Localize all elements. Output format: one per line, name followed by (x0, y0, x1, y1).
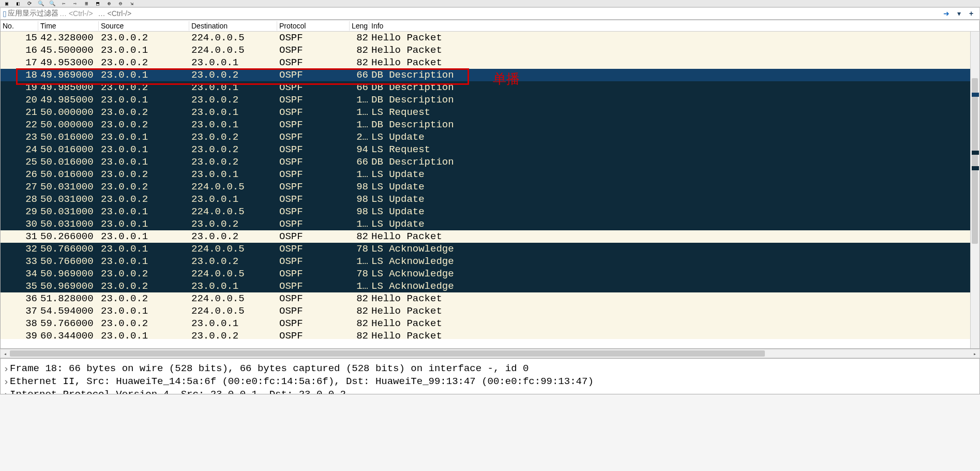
cell-source: 23.0.0.2 (99, 32, 189, 43)
packet-details-pane[interactable]: › Frame 18: 66 bytes on wire (528 bits),… (0, 358, 980, 394)
zoom-out-icon[interactable]: 🔍 (48, 1, 57, 6)
toolbar-icon[interactable]: ≣ (82, 1, 91, 6)
packet-row[interactable]: 2550.01600023.0.0.123.0.0.2OSPF66DB Desc… (1, 156, 979, 168)
toolbar-icon[interactable]: ⇲ (127, 1, 137, 6)
packet-row[interactable]: 2850.03100023.0.0.223.0.0.1OSPF98LS Upda… (1, 193, 979, 205)
cell-info: DB Description (369, 94, 979, 106)
tree-row-ip[interactable]: › Internet Protocol Version 4, Src: 23.0… (3, 388, 977, 394)
cell-length: 2… (350, 131, 369, 143)
packet-row[interactable]: 3754.59400023.0.0.1224.0.0.5OSPF82Hello … (1, 305, 979, 317)
packet-row[interactable]: 2049.98500023.0.0.123.0.0.2OSPF1…DB Desc… (1, 94, 979, 106)
cell-length: 82 (350, 45, 369, 56)
packet-row[interactable]: 2350.01600023.0.0.123.0.0.2OSPF2…LS Upda… (1, 131, 979, 143)
cell-protocol: OSPF (277, 206, 350, 217)
packet-row[interactable]: 2650.01600023.0.0.223.0.0.1OSPF1…LS Upda… (1, 168, 979, 181)
col-header-protocol[interactable]: Protocol (277, 21, 350, 31)
cell-no: 25 (1, 156, 38, 168)
col-header-destination[interactable]: Destination (189, 21, 277, 31)
col-header-no[interactable]: No. (1, 21, 38, 31)
tree-row-ethernet[interactable]: › Ethernet II, Src: HuaweiTe_14:5a:6f (0… (3, 375, 977, 388)
expand-icon[interactable]: › (3, 363, 10, 374)
filter-dropdown-icon[interactable]: ▾ (954, 9, 964, 18)
zoom-in-icon[interactable]: 🔍 (36, 1, 46, 6)
cell-length: 82 (350, 32, 369, 43)
filter-add-icon[interactable]: + (966, 9, 976, 18)
packet-row[interactable]: 2250.00000023.0.0.223.0.0.1OSPF1…DB Desc… (1, 119, 979, 131)
scroll-marker (972, 166, 979, 170)
cell-destination: 224.0.0.5 (189, 268, 277, 279)
col-header-source[interactable]: Source (99, 21, 189, 31)
cell-length: 66 (350, 69, 369, 81)
cell-no: 24 (1, 144, 38, 155)
cell-destination: 23.0.0.2 (189, 218, 277, 230)
toolbar-icon[interactable]: ⟳ (25, 1, 34, 6)
packet-row[interactable]: 2150.00000023.0.0.223.0.0.1OSPF1…LS Requ… (1, 106, 979, 119)
bookmark-icon[interactable]: ▯ (3, 9, 7, 18)
col-header-info[interactable]: Info (369, 21, 979, 31)
packet-row[interactable]: 3960.34400023.0.0.123.0.0.2OSPF82Hello P… (1, 330, 979, 339)
cell-length: 1… (350, 218, 369, 230)
packet-row[interactable]: 3859.76600023.0.0.223.0.0.1OSPF82Hello P… (1, 317, 979, 330)
cell-time: 45.500000 (38, 45, 99, 56)
scroll-right-icon[interactable]: ▸ (970, 349, 979, 359)
cell-destination: 224.0.0.5 (189, 243, 277, 255)
packet-row[interactable]: 1542.32800023.0.0.2224.0.0.5OSPF82Hello … (1, 32, 979, 44)
cell-destination: 23.0.0.1 (189, 194, 277, 205)
cell-no: 18 (1, 69, 38, 81)
cell-no: 15 (1, 32, 38, 43)
cell-protocol: OSPF (277, 194, 350, 205)
expand-icon[interactable]: › (3, 389, 10, 395)
packet-list-header[interactable]: No. Time Source Destination Protocol Len… (1, 20, 979, 32)
packet-row[interactable]: 3250.76600023.0.0.1224.0.0.5OSPF78LS Ack… (1, 243, 979, 255)
packet-row[interactable]: 3150.26600023.0.0.123.0.0.2OSPF82Hello P… (1, 230, 979, 243)
scrollbar-thumb[interactable] (972, 78, 978, 244)
packet-row[interactable]: 3651.82800023.0.0.2224.0.0.5OSPF82Hello … (1, 292, 979, 305)
toolbar-icon[interactable]: ▣ (2, 1, 11, 6)
main-toolbar: ▣ ◧ ⟳ 🔍 🔍 ⇦ ⇨ ≣ ⬒ ⊕ ⊖ ⇲ (0, 0, 980, 7)
packet-row[interactable]: 1749.95300023.0.0.223.0.0.1OSPF82Hello P… (1, 56, 979, 69)
packet-row[interactable]: 1949.98500023.0.0.223.0.0.1OSPF66DB Desc… (1, 81, 979, 94)
cell-time: 60.344000 (38, 330, 99, 339)
col-header-time[interactable]: Time (38, 21, 99, 31)
horizontal-scrollbar[interactable]: ◂ ▸ (0, 349, 980, 358)
packet-list-body[interactable]: 1542.32800023.0.0.2224.0.0.5OSPF82Hello … (1, 32, 979, 339)
scroll-left-icon[interactable]: ◂ (1, 349, 10, 359)
cell-destination: 23.0.0.2 (189, 256, 277, 267)
packet-row[interactable]: 1645.50000023.0.0.1224.0.0.5OSPF82Hello … (1, 44, 979, 56)
cell-protocol: OSPF (277, 57, 350, 68)
cell-source: 23.0.0.2 (99, 194, 189, 205)
zoom-icon[interactable]: ⊖ (116, 1, 125, 6)
cell-time: 49.985000 (38, 94, 99, 106)
col-header-length[interactable]: Leng (350, 21, 369, 31)
expand-icon[interactable]: › (3, 376, 10, 387)
packet-row[interactable]: 2750.03100023.0.0.2224.0.0.5OSPF98LS Upd… (1, 181, 979, 193)
tree-row-frame[interactable]: › Frame 18: 66 bytes on wire (528 bits),… (3, 362, 977, 375)
packet-row[interactable]: 3350.76600023.0.0.123.0.0.2OSPF1…LS Ackn… (1, 255, 979, 268)
cell-source: 23.0.0.1 (99, 69, 189, 81)
cell-info: LS Request (369, 107, 979, 118)
zoom-icon[interactable]: ⊕ (104, 1, 114, 6)
filter-apply-icon[interactable]: ➜ (941, 9, 952, 18)
nav-fwd-icon[interactable]: ⇨ (70, 1, 80, 6)
display-filter-input[interactable] (95, 9, 938, 18)
toolbar-icon[interactable]: ⬒ (93, 1, 102, 6)
scrollbar-thumb[interactable] (10, 350, 765, 357)
packet-row[interactable]: 2950.03100023.0.0.1224.0.0.5OSPF98LS Upd… (1, 205, 979, 218)
cell-info: Hello Packet (369, 57, 979, 68)
vertical-scrollbar[interactable] (970, 32, 979, 348)
nav-back-icon[interactable]: ⇦ (59, 1, 68, 6)
packet-row[interactable]: 3550.96900023.0.0.223.0.0.1OSPF1…LS Ackn… (1, 280, 979, 292)
cell-protocol: OSPF (277, 181, 350, 193)
toolbar-icon[interactable]: ◧ (13, 1, 23, 6)
packet-row[interactable]: 1849.96900023.0.0.123.0.0.2OSPF66DB Desc… (1, 69, 979, 81)
packet-row[interactable]: 3450.96900023.0.0.2224.0.0.5OSPF78LS Ack… (1, 268, 979, 280)
scroll-marker (972, 151, 979, 155)
cell-protocol: OSPF (277, 218, 350, 230)
cell-source: 23.0.0.1 (99, 45, 189, 56)
packet-row[interactable]: 2450.01600023.0.0.123.0.0.2OSPF94LS Requ… (1, 143, 979, 156)
cell-source: 23.0.0.1 (99, 131, 189, 143)
cell-length: 82 (350, 330, 369, 339)
cell-length: 98 (350, 181, 369, 193)
packet-row[interactable]: 3050.03100023.0.0.123.0.0.2OSPF1…LS Upda… (1, 218, 979, 230)
cell-no: 29 (1, 206, 38, 217)
